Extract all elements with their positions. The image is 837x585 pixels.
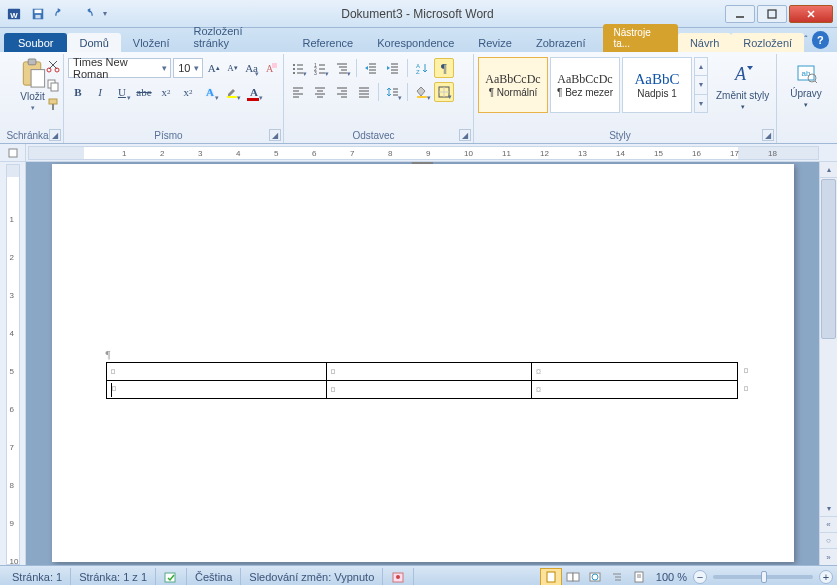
- text-effects-icon[interactable]: A: [200, 82, 220, 102]
- style-normal[interactable]: AaBbCcDc ¶ Normální: [478, 57, 548, 113]
- bold-button[interactable]: B: [68, 82, 88, 102]
- tab-mailings[interactable]: Korespondence: [365, 33, 466, 52]
- align-left-icon[interactable]: [288, 82, 308, 102]
- vertical-ruler[interactable]: 12345678910: [6, 164, 20, 565]
- italic-button[interactable]: I: [90, 82, 110, 102]
- font-launcher-icon[interactable]: ◢: [269, 129, 281, 141]
- tab-insert[interactable]: Vložení: [121, 33, 182, 52]
- format-painter-icon[interactable]: [45, 96, 61, 112]
- borders-icon[interactable]: [434, 82, 454, 102]
- cut-icon[interactable]: [45, 58, 61, 74]
- view-draft-icon[interactable]: [628, 568, 650, 586]
- underline-button[interactable]: U: [112, 82, 132, 102]
- clear-formatting-icon[interactable]: A: [262, 58, 279, 78]
- font-size-combo[interactable]: 10: [173, 58, 203, 78]
- show-marks-icon[interactable]: ¶: [434, 58, 454, 78]
- svg-rect-78: [567, 573, 573, 581]
- browse-next-icon[interactable]: »: [820, 549, 837, 565]
- tab-review[interactable]: Revize: [466, 33, 524, 52]
- word-app-icon[interactable]: W: [4, 4, 24, 24]
- status-page[interactable]: Stránka: 1: [4, 568, 71, 586]
- subscript-button[interactable]: x2: [156, 82, 176, 102]
- minimize-button[interactable]: [725, 5, 755, 23]
- clipboard-launcher-icon[interactable]: ◢: [49, 129, 61, 141]
- sort-icon[interactable]: AZ: [412, 58, 432, 78]
- change-styles-button[interactable]: A Změnit styly ▾: [716, 60, 769, 111]
- font-name-combo[interactable]: Times New Roman: [68, 58, 171, 78]
- font-color-icon[interactable]: A: [244, 82, 264, 102]
- bullets-icon[interactable]: [288, 58, 308, 78]
- document-viewport[interactable]: ▀▀▀ ¶ ¤ ¤ ¤¤ ¤ ¤ ¤¤: [26, 162, 819, 565]
- status-proofing[interactable]: [156, 568, 187, 586]
- view-web-icon[interactable]: [584, 568, 606, 586]
- help-button[interactable]: ?: [812, 31, 829, 49]
- minimize-ribbon-icon[interactable]: ˆ: [804, 35, 807, 46]
- maximize-button[interactable]: [757, 5, 787, 23]
- tab-references[interactable]: Reference: [290, 33, 365, 52]
- grow-font-icon[interactable]: A▴: [205, 58, 222, 78]
- shading-icon[interactable]: [412, 82, 432, 102]
- horizontal-ruler[interactable]: 123456789101112131415161718: [28, 146, 819, 160]
- tab-design[interactable]: Návrh: [678, 33, 731, 52]
- tab-view[interactable]: Zobrazení: [524, 33, 598, 52]
- style-nospacing[interactable]: AaBbCcDc ¶ Bez mezer: [550, 57, 620, 113]
- style-heading1[interactable]: AaBbC Nadpis 1: [622, 57, 692, 113]
- justify-icon[interactable]: [354, 82, 374, 102]
- view-printlayout-icon[interactable]: [540, 568, 562, 586]
- highlight-icon[interactable]: [222, 82, 242, 102]
- vertical-scrollbar[interactable]: ▴ ▾ « ○ »: [819, 162, 837, 565]
- tab-pagelayout[interactable]: Rozložení stránky: [182, 21, 291, 52]
- styles-launcher-icon[interactable]: ◢: [762, 129, 774, 141]
- copy-icon[interactable]: [45, 77, 61, 93]
- table-cell[interactable]: ¤: [106, 381, 326, 399]
- status-trackchanges[interactable]: Sledování změn: Vypnuto: [241, 568, 383, 586]
- strikethrough-button[interactable]: abe: [134, 82, 154, 102]
- qat-customize-icon[interactable]: ▾: [100, 4, 110, 24]
- zoom-handle[interactable]: [761, 571, 767, 583]
- line-spacing-icon[interactable]: [383, 82, 403, 102]
- style-sample: AaBbCcDc: [557, 72, 612, 87]
- table-row[interactable]: ¤ ¤ ¤¤: [106, 363, 737, 381]
- zoom-out-button[interactable]: −: [693, 570, 707, 584]
- table-cell[interactable]: ¤¤: [532, 363, 737, 381]
- editing-dropdown[interactable]: ab Úpravy ▾: [781, 62, 831, 109]
- paragraph-launcher-icon[interactable]: ◢: [459, 129, 471, 141]
- browse-prev-icon[interactable]: «: [820, 517, 837, 533]
- table-cell[interactable]: ¤: [106, 363, 326, 381]
- numbering-icon[interactable]: 123: [310, 58, 330, 78]
- view-outline-icon[interactable]: [606, 568, 628, 586]
- status-language[interactable]: Čeština: [187, 568, 241, 586]
- scroll-up-icon[interactable]: ▴: [820, 162, 837, 178]
- status-pages[interactable]: Stránka: 1 z 1: [71, 568, 156, 586]
- tab-file[interactable]: Soubor: [4, 33, 67, 52]
- table-cell[interactable]: ¤: [326, 381, 531, 399]
- view-fullscreen-icon[interactable]: [562, 568, 584, 586]
- save-icon[interactable]: [28, 4, 48, 24]
- table-cell[interactable]: ¤: [326, 363, 531, 381]
- zoom-label[interactable]: 100 %: [656, 571, 687, 583]
- status-macro[interactable]: [383, 568, 414, 586]
- zoom-slider[interactable]: [713, 575, 813, 579]
- table-row[interactable]: ¤ ¤ ¤¤: [106, 381, 737, 399]
- shrink-font-icon[interactable]: A▾: [224, 58, 241, 78]
- align-right-icon[interactable]: [332, 82, 352, 102]
- zoom-in-button[interactable]: +: [819, 570, 833, 584]
- increase-indent-icon[interactable]: [383, 58, 403, 78]
- document-table[interactable]: ¤ ¤ ¤¤ ¤ ¤ ¤¤: [106, 362, 738, 399]
- ruler-corner[interactable]: [0, 144, 26, 161]
- browse-select-icon[interactable]: ○: [820, 533, 837, 549]
- superscript-button[interactable]: x2: [178, 82, 198, 102]
- align-center-icon[interactable]: [310, 82, 330, 102]
- decrease-indent-icon[interactable]: [361, 58, 381, 78]
- change-case-icon[interactable]: Aa: [243, 58, 260, 78]
- scroll-down-icon[interactable]: ▾: [820, 501, 837, 517]
- tab-layout[interactable]: Rozložení: [731, 33, 804, 52]
- close-button[interactable]: [789, 5, 833, 23]
- table-cell[interactable]: ¤¤: [532, 381, 737, 399]
- tab-home[interactable]: Domů: [67, 33, 120, 52]
- multilevel-list-icon[interactable]: [332, 58, 352, 78]
- undo-icon[interactable]: [52, 4, 72, 24]
- redo-icon[interactable]: [76, 4, 96, 24]
- styles-gallery-scroll[interactable]: ▴▾▾: [694, 57, 708, 113]
- scroll-thumb[interactable]: [821, 179, 836, 339]
